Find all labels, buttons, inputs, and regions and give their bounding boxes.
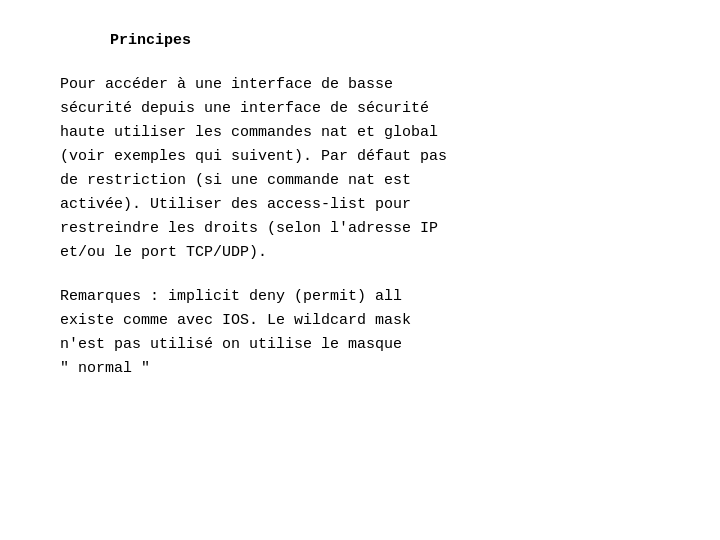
page-container: Principes Pour accéder à une interface d… xyxy=(0,0,720,540)
paragraph-1: Pour accéder à une interface de basse sé… xyxy=(60,73,660,265)
paragraph-2: Remarques : implicit deny (permit) all e… xyxy=(60,285,660,381)
page-title: Principes xyxy=(60,30,660,53)
